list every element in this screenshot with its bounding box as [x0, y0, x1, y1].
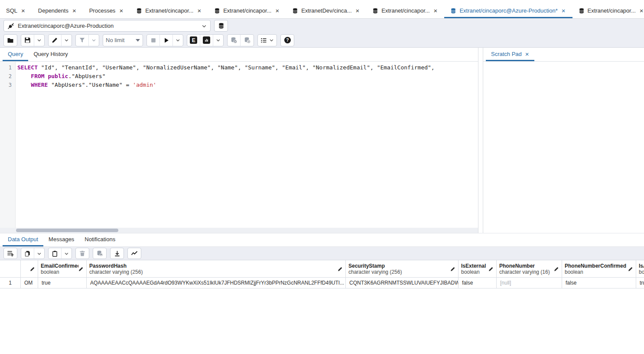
tab-data-output[interactable]: Data Output — [3, 233, 43, 246]
close-icon[interactable]: × — [196, 7, 202, 14]
commit-icon — [230, 36, 237, 44]
filter-menu-button[interactable] — [89, 35, 99, 46]
scrollbar-thumb[interactable] — [16, 229, 118, 232]
database-icon — [214, 8, 220, 14]
stop-button[interactable] — [147, 35, 160, 46]
connection-select[interactable]: Extranet/cincaporc@Azure-Production — [3, 20, 211, 32]
scratch-pad-content[interactable] — [483, 62, 644, 233]
delete-row-button[interactable] — [76, 248, 89, 259]
column-name: PasswordHash — [89, 263, 338, 269]
column-type: bo — [639, 269, 644, 275]
edit-pencil-icon[interactable] — [554, 266, 559, 272]
limit-select[interactable]: No limit — [103, 35, 143, 46]
save-data-changes-button[interactable] — [93, 248, 106, 259]
grid-cell[interactable]: [null] — [497, 278, 562, 288]
window-tab[interactable]: Extranet/cincaporc@Azure-Production*× — [444, 4, 572, 18]
close-icon[interactable]: × — [433, 7, 439, 14]
sql-editor[interactable]: 123 SELECT "Id", "TenantId", "UserName",… — [0, 62, 478, 228]
grid-cell[interactable]: OM — [21, 278, 38, 288]
play-icon — [163, 37, 169, 43]
close-icon[interactable]: × — [274, 7, 280, 14]
grid-column-header[interactable]: IsExternalboolean — [459, 260, 497, 278]
explain-menu-button[interactable] — [213, 35, 223, 46]
close-icon[interactable]: × — [561, 7, 566, 14]
close-icon[interactable]: × — [525, 50, 529, 58]
window-tab[interactable]: ExtranetDev/cinca...× — [286, 4, 366, 18]
tab-messages[interactable]: Messages — [43, 233, 79, 246]
download-results-button[interactable] — [111, 248, 124, 259]
grid-column-header[interactable]: EmailConfirmedboolean — [38, 260, 87, 278]
column-type: boolean — [565, 269, 628, 275]
grid-column-header[interactable]: SecurityStampcharacter varying (256) — [346, 260, 459, 278]
column-type: character varying (256) — [348, 269, 450, 275]
open-file-button[interactable] — [4, 35, 17, 46]
code-line: FROM public."AbpUsers" — [17, 72, 478, 81]
explain-analyze-button[interactable] — [200, 35, 213, 46]
close-icon[interactable]: × — [20, 7, 26, 14]
window-tab[interactable]: SQL× — [0, 4, 32, 18]
results-panel: Data OutputMessagesNotifications — [0, 233, 644, 354]
window-tab[interactable]: Processes× — [83, 4, 130, 18]
filter-icon — [79, 37, 85, 43]
line-number: 2 — [0, 72, 12, 81]
tab-query[interactable]: Query — [3, 48, 28, 61]
window-tab[interactable]: Dependents× — [32, 4, 83, 18]
save-menu-button[interactable] — [34, 35, 44, 46]
edit-pencil-icon[interactable] — [30, 266, 35, 272]
commit-button[interactable] — [228, 35, 241, 46]
grid-cell[interactable]: false — [562, 278, 636, 288]
tab-label: Data Output — [8, 236, 38, 243]
save-button[interactable] — [21, 35, 34, 46]
rollback-button[interactable] — [241, 35, 254, 46]
chevron-down-icon — [37, 251, 42, 256]
grid-corner-cell[interactable] — [0, 260, 21, 278]
edit-menu-button[interactable] — [62, 35, 72, 46]
edit-pencil-icon[interactable] — [338, 266, 343, 272]
window-tab[interactable]: Extranet/cincapor...× — [572, 4, 644, 18]
edit-button[interactable] — [49, 35, 62, 46]
close-icon[interactable]: × — [639, 7, 644, 14]
macros-button[interactable] — [258, 35, 276, 46]
filter-button[interactable] — [76, 35, 89, 46]
copy-button[interactable] — [21, 248, 34, 259]
window-tab[interactable]: Extranet/cincapor...× — [208, 4, 286, 18]
edit-pencil-icon[interactable] — [628, 266, 633, 272]
execute-button[interactable] — [160, 35, 173, 46]
tab-label: Messages — [49, 236, 74, 243]
editor-code[interactable]: SELECT "Id", "TenantId", "UserName", "No… — [16, 62, 478, 228]
grid-column-header[interactable]: IsAbo — [636, 260, 644, 278]
tab-notifications[interactable]: Notifications — [79, 233, 120, 246]
paste-button[interactable] — [49, 248, 62, 259]
explain-button[interactable]: E — [187, 35, 200, 46]
grid-cell[interactable]: AQAAAAEAACcQAAAAEGdA4rdO93WYKwXiXs51IkIU… — [87, 278, 346, 288]
new-connection-button[interactable] — [214, 20, 228, 32]
graph-visualizer-button[interactable] — [128, 248, 141, 259]
grid-column-header[interactable]: PasswordHashcharacter varying (256) — [87, 260, 346, 278]
grid-cell[interactable]: tru — [636, 278, 644, 288]
execute-menu-button[interactable] — [173, 35, 183, 46]
window-tab[interactable]: Extranet/cincapor...× — [130, 4, 208, 18]
tab-scratch-pad[interactable]: Scratch Pad × — [486, 48, 534, 61]
paste-menu-button[interactable] — [62, 248, 72, 259]
edit-pencil-icon[interactable] — [78, 266, 84, 272]
tab-query-history[interactable]: Query History — [28, 48, 73, 61]
grid-column-header[interactable] — [21, 260, 38, 278]
close-icon[interactable]: × — [355, 7, 361, 14]
close-icon[interactable]: × — [72, 7, 77, 14]
column-meta: SecurityStampcharacter varying (256) — [348, 263, 450, 275]
edit-pencil-icon[interactable] — [488, 266, 494, 272]
grid-cell[interactable]: true — [38, 278, 87, 288]
trash-icon — [79, 250, 85, 256]
grid-column-header[interactable]: PhoneNumbercharacter varying (16) — [497, 260, 562, 278]
add-row-button[interactable] — [4, 248, 17, 259]
edit-pencil-icon[interactable] — [450, 266, 455, 272]
grid-column-header[interactable]: PhoneNumberConfirmedboolean — [562, 260, 636, 278]
help-button[interactable]: ? — [281, 35, 294, 46]
grid-cell[interactable]: CQNT3K6AGRRNMTSSWLUVAIUEFYJIBADW — [346, 278, 459, 288]
copy-menu-button[interactable] — [34, 248, 44, 259]
row-number-cell[interactable]: 1 — [0, 278, 21, 288]
panel-splitter[interactable] — [478, 48, 483, 233]
window-tab[interactable]: Extranet/cincapor...× — [366, 4, 444, 18]
close-icon[interactable]: × — [118, 7, 124, 14]
grid-cell[interactable]: false — [459, 278, 497, 288]
